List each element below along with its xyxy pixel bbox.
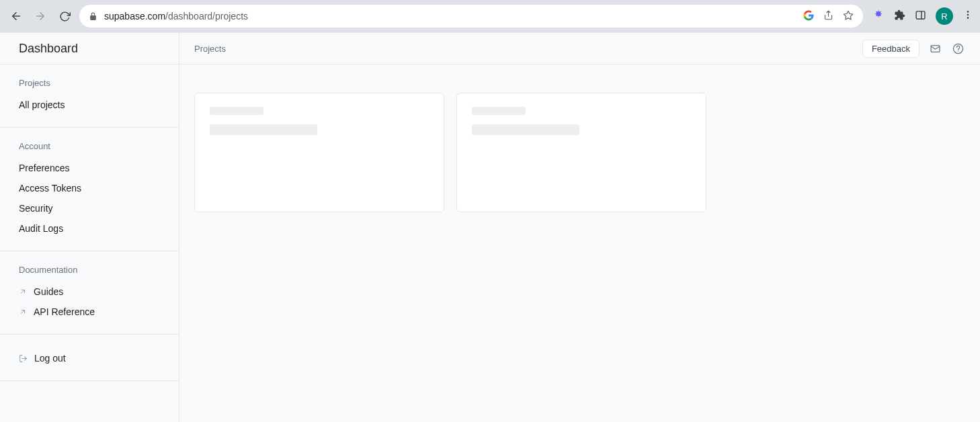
sidebar-section-account: Account Preferences Access Tokens Securi… <box>0 128 179 251</box>
side-panel-icon[interactable] <box>915 9 926 24</box>
profile-avatar-button[interactable]: R <box>936 7 953 25</box>
sidebar-item-guides[interactable]: Guides <box>0 282 179 302</box>
bookmark-star-icon[interactable] <box>843 10 854 23</box>
sidebar-title: Dashboard <box>0 33 179 65</box>
skeleton-line <box>472 124 579 135</box>
sidebar-item-access-tokens[interactable]: Access Tokens <box>0 178 179 198</box>
project-card-loading[interactable] <box>194 93 444 212</box>
main: Projects Feedback <box>179 33 980 422</box>
url-host: supabase.com <box>104 11 165 22</box>
svg-point-6 <box>967 11 969 13</box>
feedback-button[interactable]: Feedback <box>862 40 920 58</box>
skeleton-line <box>210 124 317 135</box>
logout-icon <box>19 354 28 363</box>
skeleton-line <box>472 107 526 115</box>
sidebar-heading-projects: Projects <box>0 78 179 95</box>
sidebar-item-label: Audit Logs <box>19 223 63 234</box>
external-link-icon <box>19 308 27 316</box>
address-bar[interactable]: supabase.com/dashboard/projects <box>79 5 863 28</box>
sidebar-item-security[interactable]: Security <box>0 198 179 218</box>
sidebar-item-all-projects[interactable]: All projects <box>0 95 179 115</box>
svg-point-7 <box>967 14 969 16</box>
avatar-initial: R <box>941 11 947 22</box>
address-url: supabase.com/dashboard/projects <box>104 11 248 22</box>
sidebar-section-documentation: Documentation Guides API Reference <box>0 251 179 335</box>
external-link-icon <box>19 288 27 296</box>
extensions-puzzle-icon[interactable] <box>894 9 905 24</box>
sidebar-item-label: API Reference <box>34 306 95 317</box>
svg-rect-4 <box>916 11 925 18</box>
sidebar-section-projects: Projects All projects <box>0 65 179 128</box>
sidebar-item-label: Access Tokens <box>19 183 81 194</box>
browser-forward-button[interactable] <box>31 7 50 26</box>
sidebar-heading-documentation: Documentation <box>0 265 179 282</box>
browser-back-button[interactable] <box>7 7 26 26</box>
svg-point-8 <box>967 17 969 19</box>
google-services-icon[interactable] <box>803 10 814 23</box>
projects-grid <box>179 65 980 422</box>
scrollbar-track[interactable] <box>975 32 980 422</box>
sidebar-item-logout[interactable]: Log out <box>0 348 179 368</box>
sidebar-item-label: Log out <box>34 353 66 364</box>
sidebar-item-label: Security <box>19 203 53 214</box>
browser-reload-button[interactable] <box>55 7 74 26</box>
topbar: Projects Feedback <box>179 33 980 65</box>
sidebar-item-label: Preferences <box>19 163 69 173</box>
svg-line-9 <box>22 290 25 294</box>
lock-icon <box>89 12 97 21</box>
sidebar-section-logout: Log out <box>0 335 179 381</box>
help-button[interactable] <box>950 41 965 56</box>
sidebar: Dashboard Projects All projects Account … <box>0 33 179 422</box>
chrome-menu-icon[interactable] <box>963 9 973 23</box>
sidebar-heading-account: Account <box>0 141 179 158</box>
sidebar-item-api-reference[interactable]: API Reference <box>0 302 179 322</box>
skeleton-line <box>210 107 263 115</box>
breadcrumb[interactable]: Projects <box>194 44 226 54</box>
browser-toolbar: supabase.com/dashboard/projects R <box>0 0 980 32</box>
inbox-button[interactable] <box>928 41 942 56</box>
svg-line-10 <box>22 310 25 314</box>
extension-loom-icon[interactable] <box>872 9 885 24</box>
sidebar-item-label: All projects <box>19 99 65 110</box>
app-root: Dashboard Projects All projects Account … <box>0 32 980 422</box>
sidebar-item-label: Guides <box>34 286 63 297</box>
sidebar-item-audit-logs[interactable]: Audit Logs <box>0 218 179 239</box>
sidebar-item-preferences[interactable]: Preferences <box>0 158 179 178</box>
project-card-loading[interactable] <box>456 93 706 212</box>
share-icon[interactable] <box>823 10 833 22</box>
svg-marker-3 <box>844 11 852 19</box>
url-path: /dashboard/projects <box>165 11 248 22</box>
